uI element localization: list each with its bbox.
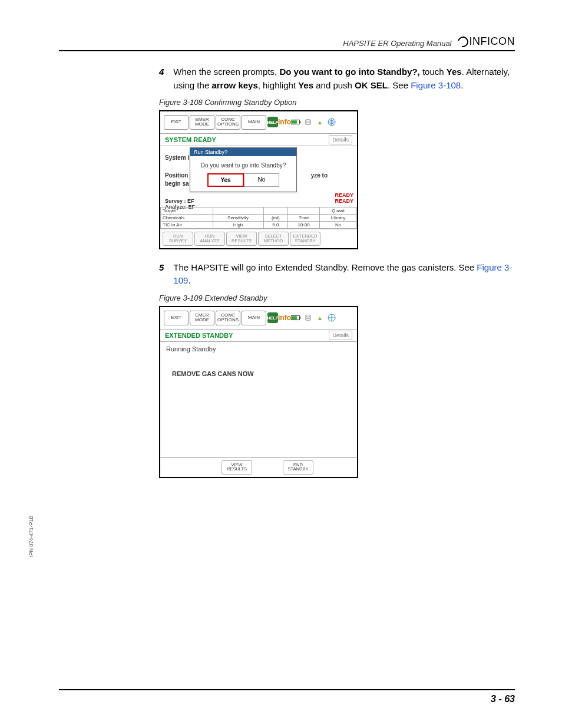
network-icon-2 — [326, 312, 337, 323]
stack-icon — [303, 117, 313, 127]
brand-logo: INFICON — [458, 35, 515, 48]
brand-text: INFICON — [470, 35, 515, 48]
conc-options-button[interactable]: CONCOPTIONS — [216, 115, 240, 130]
system-ready-label: SYSTEM READY — [165, 136, 216, 143]
text: touch — [420, 67, 447, 77]
exit-button[interactable]: EXIT — [164, 115, 189, 130]
text: The HAPSITE will go into Extended Standb… — [173, 262, 477, 272]
page-number: 3 - 63 — [59, 689, 515, 704]
dialog-yes-button[interactable]: Yes — [207, 173, 244, 187]
lamp-icon-2: ▲ — [315, 312, 325, 323]
stack-icon-2 — [303, 312, 313, 323]
svg-point-5 — [305, 123, 311, 125]
bg-system: System i: — [165, 154, 191, 161]
extended-standby-button[interactable]: EXTENDEDSTANDBY — [290, 232, 320, 246]
select-method-button[interactable]: SELECTMETHOD — [258, 232, 289, 246]
bold-text: Yes — [447, 67, 462, 77]
battery-icon-2 — [291, 312, 302, 323]
text: , highlight — [258, 80, 298, 90]
device2-footer: VIEWRESULTS ENDSTANDBY — [160, 457, 357, 477]
figure-3-109-caption: Figure 3-109 Extended Standby — [159, 294, 515, 302]
conc-options-button-2[interactable]: CONCOPTIONS — [216, 311, 240, 325]
device1-body: System i: Position begin sa yze to Surve… — [160, 146, 357, 229]
device1-status-row: SYSTEM READY Details — [160, 133, 357, 146]
dialog-prompt: Do you want to go into Standby? — [190, 156, 296, 173]
device1-table: Target Quant Chemicals Sensitivity (ml) … — [160, 207, 357, 229]
dialog-title: Run Standby? — [190, 148, 296, 156]
text: . — [188, 275, 190, 285]
view-results-button[interactable]: VIEWRESULTS — [226, 232, 257, 246]
th-target: Target — [161, 207, 213, 214]
end-standby-button[interactable]: ENDSTANDBY — [283, 460, 313, 475]
lamp-icon: ▲ — [315, 117, 325, 127]
figure-reference-link[interactable]: Figure 3-108 — [411, 80, 461, 90]
main-button[interactable]: MAIN — [242, 115, 266, 130]
svg-rect-1 — [299, 121, 300, 124]
bold-text: arrow keys — [211, 80, 257, 90]
bg-survey: Survey : EF — [165, 198, 194, 204]
run-analyze-button[interactable]: RUNANALYZE — [194, 232, 225, 246]
device1-toolbar: EXIT EMERMODE CONCOPTIONS MAIN HELP info… — [160, 111, 357, 133]
th-quant: Quant — [320, 207, 357, 214]
bg-position: Position — [165, 172, 188, 179]
help-icon-2[interactable]: HELP — [267, 312, 278, 323]
svg-rect-2 — [292, 121, 297, 124]
bold-text: Yes — [298, 80, 313, 90]
device2-status-row: EXTENDED STANDBY Details — [160, 329, 357, 342]
text: and push — [313, 80, 355, 90]
run-survey-button[interactable]: RUNSURVEY — [163, 232, 193, 246]
step-4: 4 When the screen prompts, Do you want t… — [159, 65, 515, 92]
ipn-side-note: IPN 074-471-P1B — [28, 515, 34, 557]
bold-text: Do you want to go into Standby?, — [279, 67, 419, 77]
row2-tic: TIC in Air — [161, 221, 213, 228]
remove-gas-cans-label: REMOVE GAS CANS NOW — [172, 370, 351, 377]
text: . See — [388, 80, 411, 90]
device-screenshot-108: EXIT EMERMODE CONCOPTIONS MAIN HELP info… — [159, 110, 358, 249]
manual-title: HAPSITE ER Operating Manual — [343, 39, 451, 48]
ready-2: READY — [335, 198, 353, 204]
ready-status: READY READY — [335, 192, 353, 204]
step-4-text: When the screen prompts, Do you want to … — [173, 65, 515, 92]
svg-rect-8 — [299, 317, 300, 319]
device2-toolbar: EXIT EMERMODE CONCOPTIONS MAIN HELP info… — [160, 307, 357, 329]
extended-standby-label: EXTENDED STANDBY — [165, 332, 233, 339]
bg-yze: yze to — [311, 172, 328, 179]
standby-dialog: Run Standby? Do you want to go into Stan… — [190, 147, 297, 192]
emer-mode-button[interactable]: EMERMODE — [190, 115, 214, 130]
details-button[interactable]: Details — [329, 135, 352, 144]
help-icon[interactable]: HELP — [267, 117, 278, 127]
step-4-number: 4 — [159, 65, 164, 92]
ready-1: READY — [335, 192, 353, 198]
text: . — [461, 80, 463, 90]
bg-begin: begin sa — [165, 180, 189, 187]
network-icon — [326, 117, 337, 127]
running-standby-label: Running Standby — [166, 345, 351, 353]
emer-mode-button-2[interactable]: EMERMODE — [190, 311, 214, 325]
step-5-number: 5 — [159, 261, 164, 288]
svg-rect-9 — [292, 316, 297, 319]
device1-footer: RUNSURVEY RUNANALYZE VIEWRESULTS SELECTM… — [160, 229, 357, 248]
row1-chemicals: Chemicals — [161, 214, 213, 221]
info-icon[interactable]: info — [279, 117, 290, 127]
battery-icon — [291, 117, 302, 127]
logo-swirl-icon — [455, 34, 470, 49]
device-screenshot-109: EXIT EMERMODE CONCOPTIONS MAIN HELP info… — [159, 306, 358, 478]
page-header: HAPSITE ER Operating Manual INFICON — [59, 35, 515, 51]
text: When the screen prompts, — [173, 67, 279, 77]
details-button-2[interactable]: Details — [329, 331, 352, 340]
step-5-text: The HAPSITE will go into Extended Standb… — [173, 261, 515, 288]
step-5: 5 The HAPSITE will go into Extended Stan… — [159, 261, 515, 288]
figure-3-108-caption: Figure 3-108 Confirming Standby Option — [159, 98, 515, 107]
info-icon-2[interactable]: info — [279, 312, 290, 323]
device2-body: Running Standby REMOVE GAS CANS NOW — [160, 342, 357, 457]
dialog-no-button[interactable]: No — [244, 173, 279, 187]
view-results-button-2[interactable]: VIEWRESULTS — [222, 460, 252, 475]
svg-point-12 — [305, 319, 311, 321]
main-button-2[interactable]: MAIN — [242, 311, 266, 325]
exit-button-2[interactable]: EXIT — [164, 311, 189, 325]
bold-text: OK SEL — [355, 80, 388, 90]
